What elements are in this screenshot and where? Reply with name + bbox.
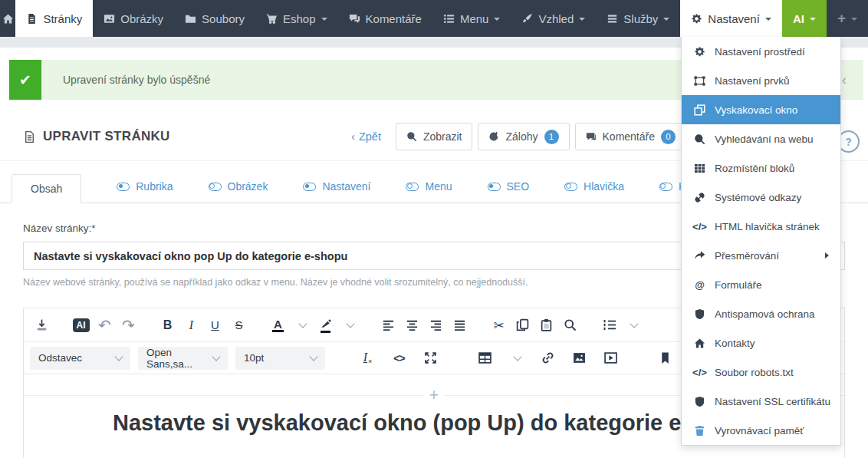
menu-item-cache[interactable]: Vyrovnávací paměť <box>682 416 840 445</box>
caret-down-icon <box>494 18 500 21</box>
home-icon <box>2 13 14 25</box>
comments-button[interactable]: Komentáře 0 <box>575 123 686 150</box>
nav-item-files[interactable]: Soubory <box>174 0 255 37</box>
nav-item-comments[interactable]: Komentáře <box>338 0 432 37</box>
menu-item-element-settings[interactable]: Nastavení prvků <box>682 66 840 95</box>
italic-button[interactable]: I <box>179 313 203 338</box>
copy-button[interactable] <box>511 313 534 338</box>
menu-item-environment-settings[interactable]: Nastavení prostředí <box>682 37 840 66</box>
tab-header[interactable]: Hlavička <box>564 173 624 203</box>
page-icon <box>26 13 38 25</box>
gear-icon <box>693 46 706 58</box>
cut-button[interactable]: ✂ <box>487 313 511 338</box>
tab-settings[interactable]: Nastavení <box>303 173 370 203</box>
tab-menu[interactable]: Menu <box>406 173 452 203</box>
nav-item-images[interactable]: Obrázky <box>93 0 174 37</box>
tab-category[interactable]: Rubrika <box>117 173 173 203</box>
source-code-button[interactable]: <> <box>387 346 411 371</box>
code-icon: </> <box>693 221 706 232</box>
nav-item-eshop[interactable]: Eshop <box>255 0 338 37</box>
paste-button[interactable] <box>534 313 558 338</box>
insert-paragraph-button[interactable]: + <box>424 387 445 403</box>
search-icon <box>406 131 417 142</box>
search-button[interactable] <box>558 313 582 338</box>
font-family-select[interactable]: Open Sans,sa... <box>138 347 228 370</box>
nav-item-home[interactable] <box>0 0 15 37</box>
tab-content[interactable]: Obsah <box>12 174 81 203</box>
text-color-menu-button[interactable] <box>290 313 314 338</box>
cart-icon <box>266 13 278 25</box>
table-button[interactable] <box>473 346 497 371</box>
fullscreen-button[interactable] <box>419 346 442 371</box>
underline-button[interactable]: U <box>203 313 227 338</box>
strikethrough-button[interactable]: S <box>227 313 251 338</box>
nav-item-ai[interactable]: AI <box>782 0 827 37</box>
nav-item-menu[interactable]: Menu <box>432 0 511 37</box>
nav-item-appearance[interactable]: Vzhled <box>511 0 596 37</box>
align-right-button[interactable] <box>424 313 448 338</box>
insert-image-button[interactable] <box>567 346 591 371</box>
header-actions: ‹ Zpět Zobrazit Zálohy 1 Komentáře 0 <box>351 123 686 150</box>
nav-item-services[interactable]: Služby <box>596 0 680 37</box>
align-left-button[interactable] <box>376 313 400 338</box>
nav-item-settings[interactable]: Nastavení <box>680 0 782 37</box>
text-color-button[interactable]: A <box>266 313 290 338</box>
toggle-on-icon <box>303 183 316 191</box>
nav-item-add[interactable]: + <box>827 0 868 37</box>
align-center-button[interactable] <box>400 313 424 338</box>
toggle-off-icon <box>209 183 222 191</box>
chevron-left-icon: ‹ <box>351 130 355 143</box>
backups-button[interactable]: Zálohy 1 <box>478 123 569 150</box>
image-icon <box>104 13 115 25</box>
bold-button[interactable]: B <box>156 313 179 338</box>
anchor-bookmark-button[interactable] <box>653 346 677 371</box>
menu-item-popup-window[interactable]: Vyskakovací okno <box>682 95 840 124</box>
settings-dropdown-menu: Nastavení prostředí Nastavení prvků Vysk… <box>681 37 841 446</box>
alert-collapse-icon[interactable]: ‹ <box>842 70 847 90</box>
menu-item-redirects[interactable]: Přesměrování <box>682 241 840 270</box>
nav-item-pages[interactable]: Stránky <box>15 0 93 37</box>
link-button[interactable] <box>536 346 560 371</box>
back-link[interactable]: ‹ Zpět <box>351 130 381 143</box>
chevron-down-icon <box>309 352 317 361</box>
comments-icon <box>349 13 360 25</box>
undo-button[interactable]: ↶ <box>93 313 117 338</box>
clear-formatting-button[interactable]: I× <box>356 346 380 371</box>
highlight-color-button[interactable] <box>314 313 337 338</box>
font-size-select[interactable]: 10pt <box>235 347 325 370</box>
save-button[interactable] <box>30 313 54 338</box>
redo-button[interactable]: ↷ <box>117 313 140 338</box>
home-icon <box>693 338 706 349</box>
view-button[interactable]: Zobrazit <box>396 123 473 150</box>
code-icon: </> <box>693 367 706 378</box>
brush-icon <box>521 13 533 25</box>
table-menu-button[interactable] <box>505 346 528 371</box>
menu-item-forms[interactable]: @ Formuláře <box>682 270 840 299</box>
menu-item-antispam[interactable]: Antispamová ochrana <box>682 299 840 328</box>
align-justify-button[interactable] <box>448 313 472 338</box>
menu-item-block-layout[interactable]: Rozmístění bloků <box>682 153 840 183</box>
toggle-off-icon <box>406 183 419 191</box>
tab-image[interactable]: Obrázek <box>209 173 268 203</box>
highlight-color-menu-button[interactable] <box>337 313 361 338</box>
menu-item-system-links[interactable]: Systémové odkazy <box>682 183 840 212</box>
menu-item-robots-txt[interactable]: </> Soubor robots.txt <box>682 358 840 387</box>
menu-item-ssl-certificate[interactable]: Nastavení SSL certifikátu <box>682 387 840 416</box>
link-icon <box>693 192 706 203</box>
success-check-icon: ✔ <box>9 60 41 100</box>
chevron-down-icon <box>346 319 354 328</box>
object-group-icon <box>693 75 706 87</box>
folder-icon <box>185 13 196 25</box>
tab-seo[interactable]: SEO <box>488 173 530 203</box>
block-format-select[interactable]: Odstavec <box>30 347 130 370</box>
insert-media-button[interactable] <box>599 346 623 371</box>
recycle-icon <box>488 131 499 142</box>
menu-item-contacts[interactable]: Kontakty <box>682 328 840 358</box>
menu-item-html-header[interactable]: </> HTML hlavička stránek <box>682 212 840 241</box>
toggle-off-icon <box>564 183 577 191</box>
ai-assistant-button[interactable]: AI <box>69 313 93 338</box>
numbered-list-button[interactable] <box>597 313 621 338</box>
numbered-list-menu-button[interactable] <box>621 313 645 338</box>
menu-item-web-search[interactable]: Vyhledávání na webu <box>682 124 840 153</box>
page-title: UPRAVIT STRÁNKU <box>43 129 170 144</box>
